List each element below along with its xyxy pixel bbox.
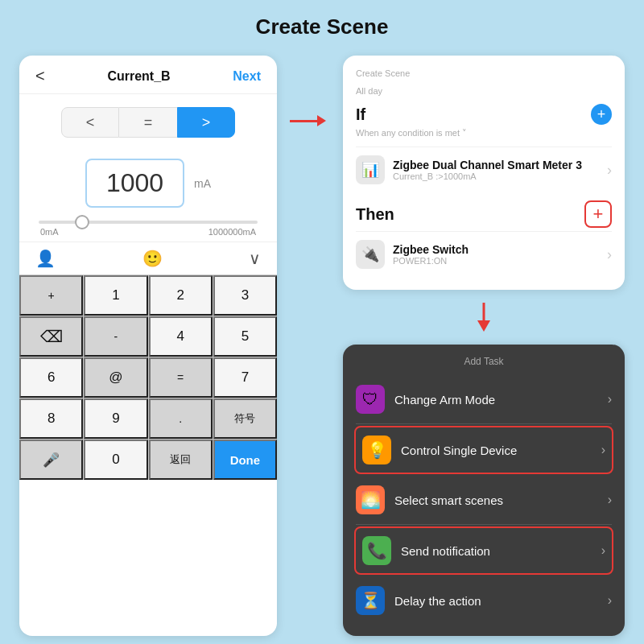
right-panels: Create Scene All day If + When any condi… <box>343 56 625 636</box>
left-panel: < Current_B Next < = > 1000 mA 0mA 10000… <box>19 56 277 636</box>
slider-labels: 0mA 1000000mA <box>39 227 258 237</box>
then-add-button[interactable]: + <box>584 200 612 228</box>
then-device-chevron[interactable]: › <box>607 246 612 263</box>
arrow-line <box>290 120 319 122</box>
key-5[interactable]: 5 <box>213 316 277 357</box>
key-equals[interactable]: = <box>149 357 213 398</box>
task-icon-control-single: 💡 <box>362 436 391 464</box>
then-device-info: Zigbee Switch POWER1:ON <box>393 243 599 266</box>
page-title: Create Scene <box>0 0 644 39</box>
chevron-down-icon[interactable]: ∨ <box>249 249 261 268</box>
then-device-detail: POWER1:ON <box>393 256 599 266</box>
task-chevron-send-notification: › <box>601 543 605 558</box>
key-8[interactable]: 8 <box>19 398 83 439</box>
if-device-row: 📊 Zigbee Dual Channel Smart Meter 3 Curr… <box>356 147 612 192</box>
task-row-control-single[interactable]: 💡 Control Single Device › <box>354 426 613 474</box>
add-task-panel: Add Task 🛡 Change Arm Mode › 💡 Control S… <box>343 345 625 636</box>
if-description: When any condition is met ˅ <box>356 128 612 138</box>
less-than-button[interactable]: < <box>61 107 119 138</box>
task-row-select-scenes[interactable]: 🌅 Select smart scenes › <box>356 476 612 525</box>
phone-title: Current_B <box>107 69 170 84</box>
slider-max: 1000000mA <box>208 227 256 237</box>
key-symbol[interactable]: 符号 <box>213 398 277 439</box>
task-row-delay-action[interactable]: ⏳ Delay the action › <box>356 576 612 625</box>
slider-area: 0mA 1000000mA <box>19 221 277 242</box>
slider-track[interactable] <box>39 221 258 224</box>
key-6[interactable]: 6 <box>19 357 83 398</box>
then-device-name: Zigbee Switch <box>393 243 599 256</box>
task-label-delay-action: Delay the action <box>394 594 598 608</box>
then-device-row: 🔌 Zigbee Switch POWER1:ON › <box>356 231 612 277</box>
key-backspace[interactable]: ⌫ <box>19 316 83 357</box>
right-arrow <box>290 120 319 122</box>
task-chevron-change-arm: › <box>608 392 612 407</box>
down-arrow-svg <box>476 303 492 332</box>
key-mic[interactable]: 🎤 <box>19 440 83 480</box>
down-arrow-area <box>343 303 625 332</box>
keyboard-proper: + 1 2 3 ⌫ - 4 5 6 @ = 7 8 9 . 符号 🎤 0 返回 … <box>19 275 277 480</box>
if-device-detail: Current_B :>1000mA <box>393 171 599 181</box>
comparison-buttons: < = > <box>19 94 277 146</box>
task-label-control-single: Control Single Device <box>401 444 592 457</box>
key-7[interactable]: 7 <box>213 357 277 398</box>
then-section-header: Then + <box>356 200 612 228</box>
key-plus[interactable]: + <box>19 275 83 316</box>
user-icon[interactable]: 👤 <box>35 249 56 268</box>
key-0[interactable]: 0 <box>84 440 147 480</box>
then-title: Then <box>356 205 394 224</box>
task-icon-select-scenes: 🌅 <box>356 485 385 514</box>
if-device-name: Zigbee Dual Channel Smart Meter 3 <box>393 159 599 171</box>
key-4[interactable]: 4 <box>149 316 213 357</box>
task-chevron-select-scenes: › <box>608 493 612 507</box>
phone-header: < Current_B Next <box>19 56 277 94</box>
task-row-change-arm[interactable]: 🛡 Change Arm Mode › <box>356 375 612 424</box>
if-section-header: If + <box>356 104 612 125</box>
task-label-select-scenes: Select smart scenes <box>394 493 598 507</box>
slider-thumb[interactable] <box>75 215 89 229</box>
if-title: If <box>356 105 365 124</box>
task-label-send-notification: Send notification <box>401 544 592 558</box>
key-done[interactable]: Done <box>213 440 277 480</box>
value-display: 1000 mA <box>19 146 277 221</box>
key-at[interactable]: @ <box>84 357 147 398</box>
arrow-head <box>317 115 326 126</box>
key-minus[interactable]: - <box>84 316 147 357</box>
panel-subtitle: Create Scene <box>356 68 612 78</box>
slider-min: 0mA <box>40 227 59 237</box>
arrow-area <box>290 56 330 636</box>
key-1[interactable]: 1 <box>84 275 147 316</box>
if-device-icon: 📊 <box>356 155 385 184</box>
add-task-title: Add Task <box>356 356 612 367</box>
all-day-label: All day <box>356 86 612 96</box>
key-dot[interactable]: . <box>149 398 213 439</box>
unit-label: mA <box>194 177 211 190</box>
task-chevron-delay-action: › <box>608 593 612 608</box>
back-button[interactable]: < <box>35 67 45 85</box>
keyboard-icons-row: 👤 🙂 ∨ <box>19 242 277 275</box>
key-2[interactable]: 2 <box>149 275 213 316</box>
if-device-info: Zigbee Dual Channel Smart Meter 3 Curren… <box>393 159 599 181</box>
task-icon-delay-action: ⏳ <box>356 586 385 615</box>
if-device-chevron[interactable]: › <box>607 162 612 179</box>
key-9[interactable]: 9 <box>84 398 147 439</box>
task-chevron-control-single: › <box>601 443 605 457</box>
then-device-icon: 🔌 <box>356 240 385 269</box>
greater-than-button[interactable]: > <box>177 107 235 138</box>
if-add-button[interactable]: + <box>591 104 612 125</box>
create-scene-panel: Create Scene All day If + When any condi… <box>343 56 625 290</box>
task-icon-send-notification: 📞 <box>362 536 391 565</box>
value-box[interactable]: 1000 <box>85 159 184 208</box>
task-label-change-arm: Change Arm Mode <box>394 393 598 407</box>
task-row-send-notification[interactable]: 📞 Send notification › <box>354 526 613 575</box>
next-button[interactable]: Next <box>233 69 261 84</box>
task-icon-change-arm: 🛡 <box>356 385 385 414</box>
svg-marker-1 <box>477 320 490 332</box>
key-return[interactable]: 返回 <box>149 440 213 480</box>
emoji-icon[interactable]: 🙂 <box>142 249 163 268</box>
key-3[interactable]: 3 <box>213 275 277 316</box>
equals-button[interactable]: = <box>119 107 177 138</box>
